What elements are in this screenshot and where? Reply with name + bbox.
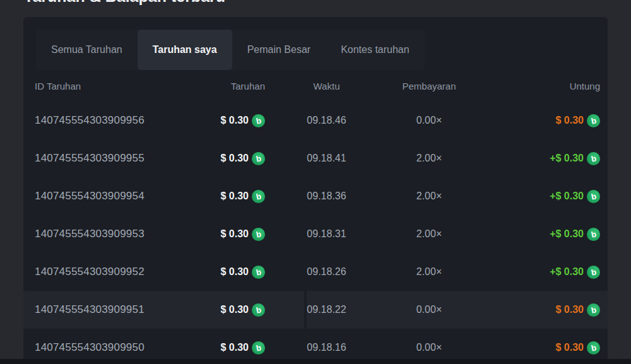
- coin-icon: b: [587, 152, 600, 165]
- coin-icon: b: [252, 152, 265, 165]
- bet-id: 140745554303909954: [35, 190, 205, 203]
- bet-amount: $ 0.30 b: [205, 266, 265, 279]
- page-title: Taruhan & Balapan terbaru: [24, 0, 225, 6]
- coin-icon: b: [252, 303, 265, 317]
- column-header-payout: Pembayaran: [388, 81, 470, 91]
- bet-amount-value: $ 0.30: [221, 191, 249, 202]
- bet-profit-value: $ 0.30: [556, 115, 584, 126]
- bet-profit: +$ 0.30 b: [470, 228, 600, 241]
- bet-profit-value: +$ 0.30: [550, 228, 584, 240]
- table-row[interactable]: 140745554303909952 $ 0.30 b 09.18.26 2.0…: [23, 253, 608, 291]
- bet-profit: $ 0.30 b: [470, 114, 600, 127]
- bet-amount-value: $ 0.30: [221, 342, 249, 353]
- coin-icon: b: [587, 114, 600, 127]
- bet-amount: $ 0.30 b: [205, 190, 265, 203]
- bet-id: 140745554303909956: [35, 114, 205, 127]
- next-section-edge: [0, 359, 631, 364]
- bet-amount-value: $ 0.30: [221, 153, 249, 164]
- bet-amount: $ 0.30 b: [205, 228, 265, 241]
- bet-time: 09.18.31: [265, 228, 388, 240]
- tab-semua-taruhan[interactable]: Semua Taruhan: [36, 30, 138, 70]
- coin-icon: b: [252, 341, 265, 355]
- table-row[interactable]: 140745554303909955 $ 0.30 b 09.18.41 2.0…: [23, 139, 608, 177]
- bet-payout: 0.00×: [388, 115, 470, 126]
- coin-icon: b: [587, 303, 600, 317]
- bet-time: 09.18.26: [265, 266, 388, 278]
- bet-amount-value: $ 0.30: [221, 228, 249, 240]
- bet-amount-value: $ 0.30: [221, 266, 249, 278]
- table-body: 140745554303909956 $ 0.30 b 09.18.46 0.0…: [23, 102, 608, 364]
- bet-profit-value: +$ 0.30: [550, 153, 584, 164]
- bet-time: 09.18.41: [265, 153, 388, 164]
- bet-payout: 0.00×: [388, 304, 470, 315]
- column-header-bet: Taruhan: [205, 81, 265, 91]
- bet-amount-value: $ 0.30: [221, 115, 249, 126]
- bet-time: 09.18.16: [265, 342, 388, 353]
- bet-profit: $ 0.30 b: [470, 341, 600, 355]
- table-row[interactable]: 140745554303909956 $ 0.30 b 09.18.46 0.0…: [23, 102, 608, 139]
- bet-profit-value: +$ 0.30: [550, 191, 584, 202]
- bet-profit: +$ 0.30 b: [470, 190, 600, 203]
- coin-icon: b: [252, 228, 265, 241]
- bet-amount: $ 0.30 b: [205, 152, 265, 165]
- coin-icon: b: [587, 228, 600, 241]
- coin-icon: b: [587, 341, 600, 355]
- column-header-time: Waktu: [265, 81, 388, 91]
- bet-profit-value: $ 0.30: [556, 342, 584, 353]
- bet-amount: $ 0.30 b: [205, 114, 265, 127]
- tab-bar: Semua Taruhan Taruhan saya Pemain Besar …: [36, 30, 425, 70]
- table-header: ID Taruhan Taruhan Waktu Pembayaran Untu…: [23, 70, 608, 102]
- page-background: Taruhan & Balapan terbaru Semua Taruhan …: [0, 0, 631, 364]
- bet-time: 09.18.36: [265, 191, 388, 202]
- coin-icon: b: [587, 190, 600, 203]
- coin-icon: b: [252, 190, 265, 203]
- bet-payout: 2.00×: [388, 228, 470, 240]
- bet-id: 140745554303909953: [35, 228, 205, 240]
- bet-payout: 2.00×: [388, 153, 470, 164]
- bet-profit-value: +$ 0.30: [550, 266, 584, 278]
- table-row[interactable]: 140745554303909954 $ 0.30 b 09.18.36 2.0…: [23, 177, 608, 215]
- column-header-id: ID Taruhan: [35, 81, 205, 91]
- bet-id: 140745554303909952: [35, 266, 205, 278]
- bet-payout: 2.00×: [388, 266, 470, 278]
- bet-profit: +$ 0.30 b: [470, 266, 600, 279]
- tab-pemain-besar[interactable]: Pemain Besar: [232, 30, 326, 70]
- bet-id: 140745554303909951: [35, 303, 205, 316]
- bet-id: 140745554303909950: [35, 341, 205, 354]
- bet-profit-value: $ 0.30: [556, 304, 584, 315]
- bet-payout: 2.00×: [388, 191, 470, 202]
- coin-icon: b: [587, 266, 600, 279]
- table-row[interactable]: 140745554303909951 $ 0.30 b 09.18.22 0.0…: [23, 291, 608, 329]
- bet-id: 140745554303909955: [35, 152, 205, 165]
- bet-time: 09.18.22: [265, 304, 388, 315]
- bet-amount: $ 0.30 b: [205, 303, 265, 317]
- coin-icon: b: [252, 266, 265, 279]
- bet-amount-value: $ 0.30: [221, 304, 249, 315]
- tab-taruhan-saya[interactable]: Taruhan saya: [138, 30, 232, 70]
- bet-payout: 0.00×: [388, 342, 470, 353]
- column-header-profit: Untung: [470, 81, 600, 91]
- coin-icon: b: [252, 114, 265, 127]
- bet-time: 09.18.46: [265, 115, 388, 126]
- tab-kontes-taruhan[interactable]: Kontes taruhan: [326, 30, 425, 70]
- table-row[interactable]: 140745554303909953 $ 0.30 b 09.18.31 2.0…: [23, 215, 608, 253]
- bet-amount: $ 0.30 b: [205, 341, 265, 355]
- bets-panel: Semua Taruhan Taruhan saya Pemain Besar …: [23, 17, 608, 364]
- bet-profit: +$ 0.30 b: [470, 152, 600, 165]
- bet-profit: $ 0.30 b: [470, 303, 600, 317]
